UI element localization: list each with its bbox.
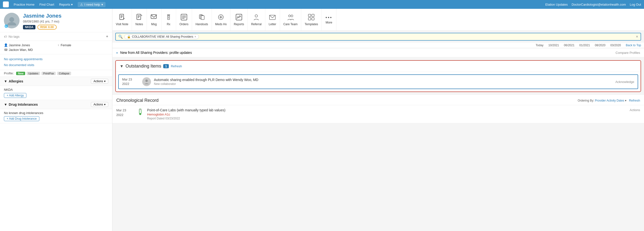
chron-content: Point-of-Care Labs (with manually typed …: [147, 108, 627, 120]
patient-meta: 👤 Jasmine Jones ♀ Female ☎ Jackon Wan, M…: [0, 41, 112, 54]
outstanding-avatar: [142, 77, 151, 86]
profile-new-button[interactable]: New: [16, 72, 25, 75]
logo[interactable]: E: [3, 2, 9, 7]
nkda-text: NKDA: [4, 88, 108, 92]
chron-header: Chronological Record Ordering By: Provid…: [112, 95, 644, 105]
patient-provider: Jackon Wan, MD: [9, 48, 33, 52]
search-chip-close[interactable]: ×: [194, 35, 196, 39]
search-chip-label: COLLABORATIVE VIEW: All Sharing Provider…: [132, 35, 193, 39]
toolbar-templates[interactable]: Templates: [301, 9, 322, 31]
practice-home-link[interactable]: Practice Home: [14, 3, 34, 6]
add-allergy-button[interactable]: + Add Allergy: [4, 93, 26, 98]
rx-label: Rx: [167, 23, 170, 26]
toolbar-notes[interactable]: Notes: [132, 9, 146, 31]
allergies-content: NKDA + Add Allergy: [0, 86, 112, 100]
toolbar-visit-note[interactable]: Visit Note: [112, 9, 132, 31]
toolbar-rx[interactable]: Rx: [162, 9, 176, 31]
timeline-date-5[interactable]: 03/2020: [610, 44, 621, 47]
templates-icon: [308, 14, 315, 22]
letter-label: Letter: [269, 23, 276, 26]
outstanding-title: Outstanding Items: [126, 64, 161, 69]
chron-ordering: Ordering By: Provider Activity Dates ▾: [578, 99, 626, 102]
visit-note-icon: [119, 14, 126, 22]
add-drug-intolerance-button[interactable]: + Add Drug Intolerance: [4, 116, 39, 121]
no-visits-link[interactable]: No documented visits: [4, 62, 108, 68]
globe-icon: 🌐: [4, 25, 8, 28]
ordering-value-link[interactable]: Provider Activity Dates: [595, 99, 624, 102]
msg-label: Msg: [151, 23, 157, 26]
more-icon: •••: [326, 16, 332, 20]
actions-chevron-icon: ▾: [104, 80, 106, 83]
logout-link[interactable]: Log Out: [630, 3, 641, 6]
toolbar-orders[interactable]: Orders: [176, 9, 192, 31]
chron-sub-gray: Report Dated 03/23/2022: [147, 117, 627, 120]
collab-banner: ● New from All Sharing Providers: profil…: [112, 48, 644, 57]
timeline-date-1[interactable]: 10/2021: [548, 44, 559, 47]
help-button[interactable]: ⚠ I need help ▾: [78, 2, 105, 7]
search-icon: 🔍: [118, 35, 123, 39]
outstanding-text: Automatic sharing enabled through PLR De…: [154, 78, 612, 86]
chron-date: Mar 23 2022: [116, 108, 134, 117]
search-bar[interactable]: 🔍 🔒 COLLABORATIVE VIEW: All Sharing Prov…: [115, 33, 641, 41]
search-clear-button[interactable]: ×: [636, 35, 638, 39]
chron-item: Mar 23 2022 Point-of-Care Labs (with man…: [112, 105, 644, 123]
toolbar-reports[interactable]: Reports: [230, 9, 248, 31]
patient-gender: Female: [60, 43, 71, 47]
timeline-date-3[interactable]: 01/2021: [579, 44, 590, 47]
profile-row: Profile: New Updates Print/Fax Collapse: [0, 70, 112, 77]
timeline-date-2[interactable]: 06/2021: [564, 44, 574, 47]
gender-icon: ♀: [58, 43, 60, 47]
elation-updates-link[interactable]: Elation Updates: [545, 3, 568, 6]
svg-rect-21: [201, 16, 204, 20]
toolbar-handouts[interactable]: Handouts: [192, 9, 212, 31]
sidebar: 🌐 Jasmine Jones 08/09/1980 (41 yrs, 7 mo…: [0, 9, 112, 231]
svg-rect-12: [167, 14, 170, 16]
drug-intolerances-actions-button[interactable]: Actions ▾: [91, 102, 108, 107]
toolbar-more[interactable]: ••• More: [322, 9, 336, 31]
tags-row: 🏷 No tags +: [0, 32, 112, 41]
outstanding-header: ▼ Outstanding Items 1 Refresh: [116, 61, 640, 72]
timeline-today[interactable]: Today: [536, 44, 544, 47]
acknowledge-link[interactable]: Acknowledge: [616, 80, 634, 84]
notes-label: Notes: [135, 23, 143, 26]
chron-refresh-button[interactable]: Refresh: [629, 99, 640, 102]
reports-dropdown[interactable]: Reports ▾: [59, 3, 73, 6]
back-to-top-link[interactable]: Back to Top: [626, 44, 641, 47]
drug-intolerances-section-header: ▼ Drug Intolerances Actions ▾: [0, 100, 112, 109]
svg-point-28: [288, 15, 290, 17]
search-chip-icon: 🔒: [127, 35, 131, 39]
orders-label: Orders: [180, 23, 188, 26]
reports-label: Reports: [234, 23, 244, 26]
sidebar-links: No upcoming appointments No documented v…: [0, 54, 112, 70]
toolbar-referral[interactable]: Referral: [248, 9, 265, 31]
person-icon: 👤: [4, 43, 8, 47]
add-tag-button[interactable]: +: [106, 34, 108, 39]
toolbar-meds-hx[interactable]: Meds Hx: [212, 9, 230, 31]
toolbar-msg[interactable]: Msg: [147, 9, 162, 31]
reports-icon: [236, 14, 242, 22]
outstanding-badge: 1: [163, 64, 169, 68]
svg-rect-37: [139, 109, 142, 110]
profile-collapse-button[interactable]: Collapse: [57, 72, 71, 75]
templates-label: Templates: [305, 23, 318, 26]
find-chart-link[interactable]: Find Chart: [39, 3, 54, 6]
profile-print-button[interactable]: Print/Fax: [42, 72, 56, 75]
no-appointments-link[interactable]: No upcoming appointments: [4, 56, 108, 62]
user-email[interactable]: DoctorCardiologist@elationhealth.com: [572, 3, 626, 6]
toolbar-care-team[interactable]: Care Team: [280, 9, 301, 31]
drug-intolerances-content: No known drug intolerances + Add Drug In…: [0, 109, 112, 123]
timeline-date-4[interactable]: 08/2020: [595, 44, 606, 47]
profile-updates-button[interactable]: Updates: [27, 72, 40, 75]
chron-actions-link[interactable]: Actions: [630, 108, 640, 112]
content-area: ● New from All Sharing Providers: profil…: [112, 48, 644, 231]
svg-marker-10: [141, 14, 142, 16]
handouts-label: Handouts: [196, 23, 208, 26]
reports-chevron-icon: ▾: [71, 3, 73, 6]
compare-profiles-link[interactable]: Compare Profiles: [616, 51, 640, 55]
outstanding-refresh-button[interactable]: Refresh: [171, 64, 182, 68]
chron-title: Chronological Record: [116, 98, 578, 103]
search-chip: 🔒 COLLABORATIVE VIEW: All Sharing Provid…: [124, 34, 199, 39]
allergies-actions-button[interactable]: Actions ▾: [91, 79, 108, 84]
toolbar-letter[interactable]: Letter: [265, 9, 280, 31]
profile-label: Profile:: [4, 72, 14, 75]
